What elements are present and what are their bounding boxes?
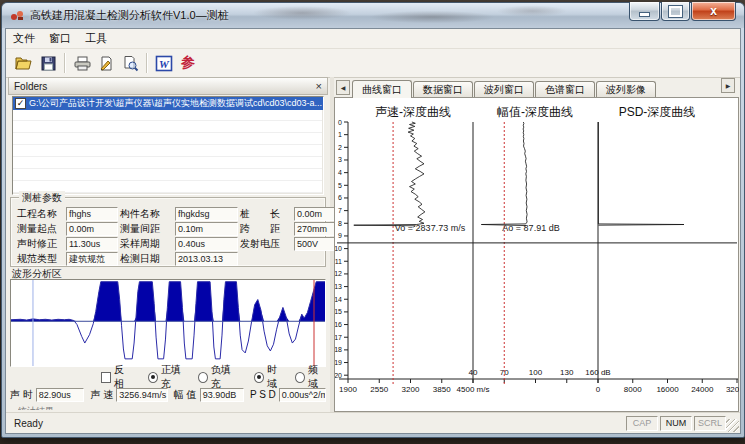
svg-text:10: 10 [335,245,342,252]
param-value[interactable]: 0.00m [66,222,118,236]
param-label: 桩 长 [240,207,292,221]
svg-text:24000: 24000 [691,385,714,394]
sound-time-field[interactable]: 82.90us [36,388,85,402]
svg-text:13: 13 [335,283,342,290]
svg-text:15: 15 [335,308,342,315]
amplitude-label: 幅 值 [174,388,197,402]
svg-text:12: 12 [335,270,342,277]
print-preview-button[interactable] [118,51,142,75]
charts-area[interactable]: 声速-深度曲线 幅值-深度曲线 PSD-深度曲线 190025503200385… [334,97,739,412]
tab-wavetrain-window[interactable]: 波列窗口 [474,81,534,97]
open-file-button[interactable] [12,51,36,75]
waveform-plot[interactable] [11,280,325,366]
svg-text:0: 0 [338,119,342,126]
panel-close-icon[interactable]: × [316,81,322,91]
svg-text:9: 9 [338,232,342,239]
param-value[interactable]: 建筑规范 [66,252,118,266]
minimize-button[interactable] [629,2,660,21]
app-window: 高铁建用混凝土检测分析软件V1.0—测桩 x 文件 窗口 工具 [1,2,745,438]
maximize-icon [669,6,682,17]
curve-panel: ◀ 曲线窗口 数据窗口 波列窗口 色谱窗口 波列影像 ▶ 声速-深度曲线 幅值-… [334,77,740,413]
client-area: 文件 窗口 工具 W [5,28,741,434]
svg-text:6: 6 [338,194,342,201]
list-item[interactable]: ✓ G:\公司产品设计开发\超声仪器\超声仪实地检测数据调试cd\cd03\cd… [13,97,323,110]
param-label: 采样周期 [120,237,173,251]
folders-panel-header[interactable]: Folders × [8,77,328,95]
fill-positive-radio[interactable] [148,372,158,383]
save-icon [40,55,57,72]
param-label: 工程名称 [17,207,64,221]
tab-data-window[interactable]: 数据窗口 [413,81,473,97]
svg-text:4: 4 [338,169,342,176]
printer-icon [73,55,92,72]
svg-text:14: 14 [335,296,342,303]
sound-speed-field[interactable]: 3256.94m/s [116,388,168,402]
toolbar-separator [146,53,148,73]
page-pencil-icon [98,55,115,72]
group-title: 测桩参数 [19,191,65,205]
status-text: Ready [14,418,43,429]
menubar: 文件 窗口 工具 [6,29,740,49]
tab-spectrum-window[interactable]: 色谱窗口 [535,81,595,97]
tab-curve-window[interactable]: 曲线窗口 [352,80,412,98]
time-domain-radio[interactable] [254,372,264,383]
menu-file[interactable]: 文件 [6,31,42,46]
param-label: 测量起点 [17,222,64,236]
svg-text:0: 0 [596,385,601,394]
close-button[interactable]: x [691,2,736,21]
tab-wavetrain-image[interactable]: 波列影像 [596,81,656,97]
status-panes: CAP NUM SCRL [624,416,726,431]
depth-curves-plot[interactable]: 19002550320038504500 m/s4070100130160 dB… [335,98,739,414]
params-grid: 工程名称 fhghs 构件名称 fhgkdsg 桩 长 0.00m 测量起点 0… [17,206,323,266]
svg-text:16: 16 [335,321,342,328]
psd-field[interactable]: 0.00us^2/m [279,388,326,402]
param-label: 构件名称 [120,207,173,221]
amplitude-field[interactable]: 93.90dB [200,388,244,402]
freq-domain-radio[interactable] [295,372,305,383]
svg-text:20: 20 [335,372,342,379]
sound-time-label: 声 时 [10,388,33,402]
export-wave-button[interactable] [94,51,118,75]
window-title: 高铁建用混凝土检测分析软件V1.0—测桩 [30,8,229,23]
svg-text:32000: 32000 [726,385,739,394]
menu-tools[interactable]: 工具 [78,31,114,46]
save-button[interactable] [36,51,60,75]
parameters-button[interactable]: 参 [176,51,200,75]
invert-checkbox[interactable] [101,372,111,383]
print-button[interactable] [70,51,94,75]
fill-negative-radio[interactable] [198,372,208,383]
tabstrip: ◀ 曲线窗口 数据窗口 波列窗口 色谱窗口 波列影像 ▶ [334,77,740,97]
folders-panel: Folders × ✓ G:\公司产品设计开发\超声仪器\超声仪实地检测数据调试… [6,77,330,413]
parameters-icon: 参 [181,54,195,72]
wave-options-row: 反相 正填充 负填充 时域 频域 [6,370,326,384]
svg-text:11: 11 [335,258,342,265]
param-value[interactable]: 2013.03.13 [175,252,238,266]
param-label: 声时修正 [17,237,64,251]
print-preview-icon [122,55,139,72]
param-label: 测量间距 [120,222,173,236]
tab-scroll-right-icon[interactable]: ▶ [721,78,735,93]
resize-grip-icon[interactable] [726,419,739,432]
svg-text:19: 19 [335,359,342,366]
tab-scroll-left-icon[interactable]: ◀ [336,80,350,95]
param-value[interactable]: fhgkdsg [175,207,238,221]
main-area: Folders × ✓ G:\公司产品设计开发\超声仪器\超声仪实地检测数据调试… [6,77,740,413]
toolbar-separator [64,53,66,73]
toolbar: W 参 [6,49,740,78]
cap-indicator: CAP [626,416,658,431]
waveform-display[interactable] [10,279,326,367]
param-value[interactable]: 11.30us [66,237,118,251]
param-value[interactable]: 0.40us [175,237,238,251]
svg-text:2550: 2550 [370,385,388,394]
velocity-annotation: Vo = 2837.73 m/s [395,223,465,233]
close-icon: x [710,4,717,18]
maximize-button[interactable] [661,2,690,21]
word-export-button[interactable]: W [152,51,176,75]
param-value[interactable]: 0.10m [175,222,238,236]
menu-window[interactable]: 窗口 [42,31,78,46]
param-value[interactable]: fhghs [66,207,118,221]
svg-text:2: 2 [338,144,342,151]
file-list[interactable]: ✓ G:\公司产品设计开发\超声仪器\超声仪实地检测数据调试cd\cd03\cd… [12,96,324,195]
titlebar[interactable]: 高铁建用混凝土检测分析软件V1.0—测桩 x [2,3,744,28]
checkbox-icon[interactable]: ✓ [15,98,26,109]
